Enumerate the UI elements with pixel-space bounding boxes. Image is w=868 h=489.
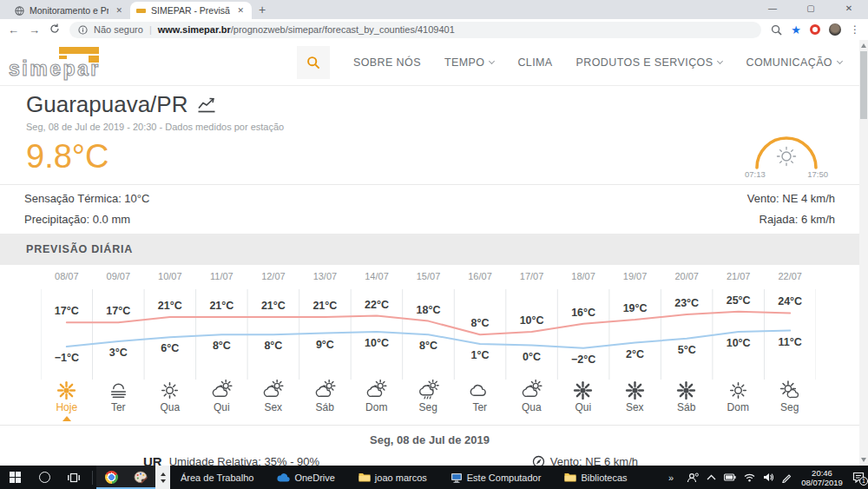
forecast-day-column-11-07[interactable]: Qui [196, 380, 248, 421]
new-tab-button[interactable]: + [259, 3, 266, 16]
back-icon[interactable]: ← [8, 24, 19, 36]
cortana-button[interactable] [30, 466, 59, 489]
svg-text:08/07: 08/07 [55, 271, 79, 281]
nav-produtos-e-servicos[interactable]: PRODUTOS E SERVIÇOS [576, 56, 723, 69]
section-title-previsao-diaria: PREVISÃO DIÁRIA [0, 234, 859, 265]
svg-text:18°C: 18°C [417, 304, 441, 316]
zoom-icon[interactable] [771, 24, 782, 36]
forecast-day-label: Sáb [677, 402, 695, 413]
nav-sobre-nos[interactable]: SOBRE NÓS [353, 56, 421, 69]
tab-close-icon[interactable]: ✕ [235, 6, 246, 15]
toolbar-este-computador[interactable]: Este Computador [450, 472, 542, 483]
svg-text:10°C: 10°C [520, 314, 544, 327]
cloud-icon [469, 380, 490, 401]
svg-text:20/07: 20/07 [674, 271, 699, 281]
tray-show-hidden-icon[interactable] [707, 474, 716, 480]
security-label: Não seguro [94, 24, 143, 35]
forecast-day-column-08-07[interactable]: Hoje [41, 380, 93, 421]
toolbar-bibliotecas[interactable]: Bibliotecas [564, 472, 627, 483]
forecast-day-label: Seg [780, 402, 799, 413]
forecast-day-label: Qui [214, 402, 230, 413]
svg-text:5°C: 5°C [678, 344, 696, 356]
forecast-day-column-13-07[interactable]: Sáb [299, 380, 352, 421]
forecast-day-column-09-07[interactable]: Ter [93, 380, 145, 421]
browser-tab-monitoramento[interactable]: Monitoramento e Previsão - Brasi ✕ [9, 2, 130, 19]
svg-text:8°C: 8°C [264, 340, 282, 352]
chrome-taskbar-icon[interactable] [96, 466, 126, 489]
observation-line: Seg, 08 de Jul de 2019 - 20:30 - Dados m… [26, 122, 833, 132]
svg-text:09/07: 09/07 [107, 271, 131, 281]
tray-clock[interactable]: 20:46 08/07/2019 [799, 468, 845, 487]
task-view-button[interactable] [59, 466, 89, 489]
start-button[interactable] [0, 466, 30, 489]
paint-taskbar-icon[interactable] [126, 466, 155, 489]
scrollbar-up-arrow[interactable] [861, 43, 866, 48]
tray-overflow-chevron[interactable]: » [668, 472, 674, 483]
tray-pen-icon[interactable] [781, 472, 792, 483]
page-title: Guarapuava/PR [26, 91, 833, 118]
toolbar-label: OneDrive [294, 472, 334, 483]
page-scrollbar[interactable] [859, 40, 868, 466]
nav-label: PRODUTOS E SERVIÇOS [576, 56, 713, 69]
forecast-day-column-20-07[interactable]: Sáb [661, 380, 713, 421]
forecast-day-column-12-07[interactable]: Sex [247, 380, 299, 421]
cortana-circle-icon [39, 472, 50, 483]
divider [0, 425, 859, 426]
nav-tempo[interactable]: TEMPO [444, 56, 494, 69]
forecast-day-column-14-07[interactable]: Dom [351, 380, 403, 421]
address-bar-actions: ★ ⋮ [771, 23, 860, 36]
browser-tab-simepar[interactable]: SIMEPAR - Previsão do Tempo - Gua ✕ [130, 2, 252, 19]
simepar-logo[interactable]: simepar [7, 44, 113, 81]
forecast-day-column-19-07[interactable]: Sex [609, 380, 661, 421]
toolbar-label: Este Computador [467, 472, 542, 483]
trend-chart-icon[interactable] [196, 96, 217, 114]
bookmark-star-icon[interactable]: ★ [791, 23, 801, 36]
svg-text:11/07: 11/07 [210, 271, 233, 281]
svg-text:19/07: 19/07 [623, 271, 648, 281]
svg-text:8°C: 8°C [419, 340, 437, 352]
svg-text:15/07: 15/07 [417, 271, 441, 281]
globe-favicon-icon [15, 6, 24, 16]
action-center-icon[interactable]: 1 [852, 472, 865, 483]
conditions-details: Sensação Térmica: 10°C Precipitação: 0.0… [0, 185, 859, 234]
url-divider: | [149, 24, 152, 35]
forecast-day-column-16-07[interactable]: Ter [454, 380, 506, 421]
forecast-day-column-18-07[interactable]: Qui [557, 380, 609, 421]
onedrive-cloud-icon [277, 473, 290, 482]
toolbar-joao-marcos[interactable]: joao marcos [358, 472, 427, 483]
opera-extension-icon[interactable] [810, 24, 820, 35]
tray-battery-icon[interactable] [724, 473, 736, 481]
toolbar-area-de-trabalho[interactable]: Área de Trabalho [181, 472, 253, 483]
nav-comunicacao[interactable]: COMUNICAÇÃO [746, 56, 842, 69]
page: simepar SOBRE NÓS TEMPO CLIMA PRODUTOS E… [0, 40, 868, 466]
sun-rays-icon [159, 380, 181, 401]
svg-text:10°C: 10°C [365, 337, 389, 349]
info-icon[interactable] [78, 25, 88, 35]
sun-star-icon [572, 380, 594, 401]
tray-volume-icon[interactable] [763, 472, 773, 482]
forecast-day-column-15-07[interactable]: Seg [403, 380, 455, 421]
tray-people-icon[interactable] [687, 472, 699, 483]
windows-logo-icon [10, 472, 21, 483]
window-maximize-button[interactable]: ▢ [792, 0, 830, 18]
forecast-day-column-10-07[interactable]: Qua [144, 380, 196, 421]
site-search-button[interactable] [297, 46, 330, 79]
url-field[interactable]: Não seguro | www.simepar.br/prognozweb/s… [69, 22, 761, 38]
window-minimize-button[interactable]: — [753, 0, 792, 18]
reload-icon[interactable] [49, 23, 60, 36]
scrollbar-down-arrow[interactable] [861, 458, 866, 462]
forecast-day-column-17-07[interactable]: Qua [506, 380, 558, 421]
scrollbar-thumb[interactable] [860, 51, 867, 119]
profile-avatar[interactable] [829, 23, 841, 36]
tray-wifi-icon[interactable] [744, 473, 755, 482]
taskbar-scroll-arrows[interactable] [155, 466, 170, 489]
window-close-button[interactable]: ✕ [830, 0, 868, 18]
chrome-menu-icon[interactable]: ⋮ [850, 23, 860, 36]
forward-icon[interactable]: → [29, 24, 40, 36]
toolbar-onedrive[interactable]: OneDrive [277, 472, 334, 483]
forecast-day-column-21-07[interactable]: Dom [713, 380, 765, 421]
svg-text:simepar: simepar [9, 57, 101, 80]
forecast-day-column-22-07[interactable]: Seg [764, 380, 816, 421]
nav-clima[interactable]: CLIMA [517, 56, 552, 69]
tab-close-icon[interactable]: ✕ [114, 6, 124, 15]
